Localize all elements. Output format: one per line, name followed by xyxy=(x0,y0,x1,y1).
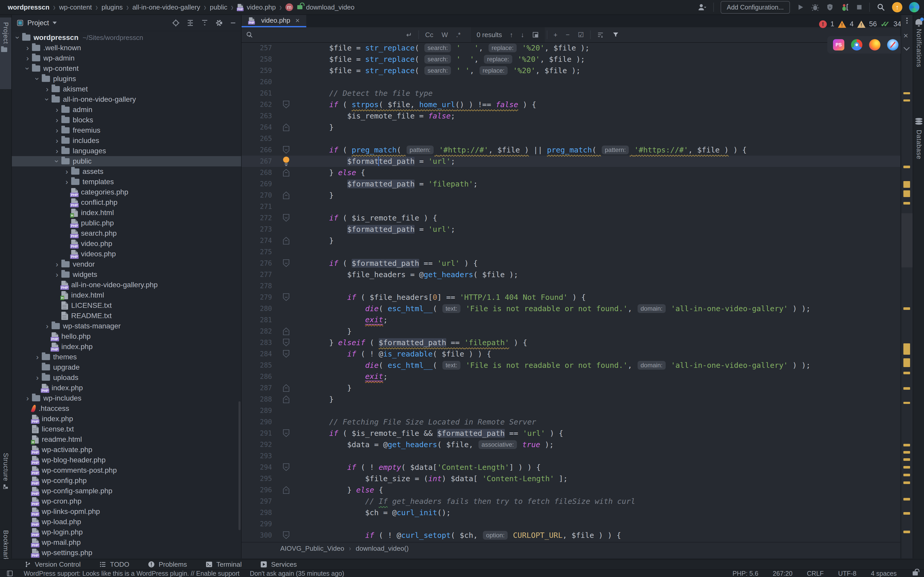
tree-item-all-in-one-video-gallery-php[interactable]: PHPall-in-one-video-gallery.php xyxy=(12,280,241,290)
breadcrumb-item[interactable]: public xyxy=(210,3,228,11)
tree-item-public[interactable]: ›public xyxy=(12,156,241,166)
code-line-292[interactable]: 292 $data = @get_headers( $file, associa… xyxy=(242,439,900,450)
stripe-warning-mark[interactable] xyxy=(903,202,910,205)
tree-item-readme-txt[interactable]: README.txt xyxy=(12,311,241,321)
fold-start-icon[interactable] xyxy=(279,337,293,348)
status-message[interactable]: WordPress support: Looks like this is a … xyxy=(24,570,239,577)
fold-start-icon[interactable] xyxy=(279,258,293,269)
tree-item-wp-comments-post-php[interactable]: PHPwp-comments-post.php xyxy=(12,465,241,475)
chevron-collapsed-icon[interactable]: › xyxy=(23,394,32,403)
tool-tab-project[interactable]: Project xyxy=(0,18,11,89)
stripe-warning-mark[interactable] xyxy=(903,402,910,404)
update-icon[interactable]: ↑ xyxy=(892,2,902,12)
coverage-icon[interactable] xyxy=(826,3,834,11)
newline-icon[interactable] xyxy=(405,31,412,39)
tool-window-button-todo[interactable]: TODO xyxy=(99,561,129,569)
tree-item-admin[interactable]: ›admin xyxy=(12,105,241,115)
fold-start-icon[interactable] xyxy=(279,99,293,110)
code-line-264[interactable]: 264 } xyxy=(242,122,900,133)
locate-file-icon[interactable] xyxy=(172,19,180,27)
scrollbar[interactable] xyxy=(239,401,241,530)
code-line-274[interactable]: 274 } xyxy=(242,235,900,246)
words-toggle[interactable]: W xyxy=(442,31,448,39)
tree-item-wp-links-opml-php[interactable]: PHPwp-links-opml.php xyxy=(12,506,241,517)
fold-start-icon[interactable] xyxy=(279,462,293,473)
chevron-expanded-icon[interactable]: › xyxy=(33,74,42,83)
chevron-collapsed-icon[interactable]: › xyxy=(43,85,52,93)
chevron-collapsed-icon[interactable]: › xyxy=(33,353,42,361)
debug-icon[interactable] xyxy=(811,3,819,11)
ide-feature-icon[interactable] xyxy=(909,2,919,12)
code-line-275[interactable]: 275 xyxy=(242,246,900,258)
stripe-warning-mark[interactable] xyxy=(903,181,910,188)
chevron-collapsed-icon[interactable]: › xyxy=(53,126,61,135)
fold-end-icon[interactable] xyxy=(279,122,293,133)
breadcrumb-item[interactable]: wp-content xyxy=(59,3,92,11)
chevron-collapsed-icon[interactable]: › xyxy=(23,44,32,52)
tree-item-videos-php[interactable]: PHPvideos.php xyxy=(12,249,241,259)
code-line-300[interactable]: 300 if ( ! @curl_setopt( $ch, option: CU… xyxy=(242,530,900,541)
fold-start-icon[interactable] xyxy=(279,212,293,224)
tree-item-wp-config-php[interactable]: PHPwp-config.php xyxy=(12,475,241,486)
stripe-warning-mark[interactable] xyxy=(903,307,910,310)
hide-panel-icon[interactable] xyxy=(230,19,236,26)
safari-icon[interactable] xyxy=(887,39,898,50)
stripe-scroll-thumb[interactable] xyxy=(901,213,913,268)
code-line-257[interactable]: 257 $file = str_replace( search: ' ', re… xyxy=(242,42,900,53)
fold-start-icon[interactable] xyxy=(279,427,293,439)
code-line-278[interactable]: 278 xyxy=(242,280,900,292)
tool-tab-database[interactable]: Database xyxy=(913,118,924,190)
code-line-295[interactable]: 295 $file_size = (int) $data[ 'Content-L… xyxy=(242,473,900,484)
code-line-263[interactable]: 263 $is_remote_file = false; xyxy=(242,110,900,122)
user-icon[interactable] xyxy=(697,3,707,12)
tree-item-hello-php[interactable]: PHPhello.php xyxy=(12,331,241,342)
next-occurrence-icon[interactable]: ↓ xyxy=(521,31,524,39)
tree-item-upgrade[interactable]: upgrade xyxy=(12,362,241,372)
stripe-warning-mark[interactable] xyxy=(903,451,910,454)
status-dismiss-link[interactable]: Don't ask again (35 minutes ago) xyxy=(250,570,344,577)
tree-item-wp-admin[interactable]: ›wp-admin xyxy=(12,53,241,63)
code-line-281[interactable]: 281 exit; xyxy=(242,314,900,326)
php-version[interactable]: PHP: 5.6 xyxy=(732,570,758,577)
code-line-285[interactable]: 285 die( esc_html__( text: 'File is not … xyxy=(242,359,900,371)
tree-item-index-html[interactable]: Hindex.html xyxy=(12,290,241,300)
tree-item-blocks[interactable]: ›blocks xyxy=(12,115,241,125)
tree-item-wp-includes[interactable]: ›wp-includes xyxy=(12,393,241,403)
run-icon[interactable] xyxy=(796,3,804,11)
kebab-menu-icon[interactable] xyxy=(904,17,910,24)
code-line-289[interactable]: 289 xyxy=(242,405,900,416)
stop-icon[interactable] xyxy=(856,4,863,11)
code-line-261[interactable]: 261 // Detect the file type xyxy=(242,88,900,99)
chevron-down-icon[interactable] xyxy=(905,45,909,51)
prev-occurrence-icon[interactable]: ↑ xyxy=(510,31,513,39)
tool-window-button-problems[interactable]: Problems xyxy=(148,561,187,569)
tree-item-wp-login-php[interactable]: PHPwp-login.php xyxy=(12,527,241,537)
code-line-262[interactable]: 262 if ( strpos( $file, home_url() ) !==… xyxy=(242,99,900,110)
code-line-266[interactable]: 266 if ( preg_match( pattern: '#http://#… xyxy=(242,144,900,156)
collapse-all-icon[interactable] xyxy=(201,19,208,27)
tool-tab-notifications[interactable]: Notifications xyxy=(913,19,924,104)
code-line-277[interactable]: 277 $file_headers = @get_headers( $file … xyxy=(242,269,900,280)
code-line-271[interactable]: 271 xyxy=(242,201,900,212)
encoding[interactable]: UTF-8 xyxy=(838,570,856,577)
add-configuration-button[interactable]: Add Configuration... xyxy=(720,1,790,14)
tree-item-wp-cron-php[interactable]: PHPwp-cron.php xyxy=(12,496,241,506)
code-line-288[interactable]: 288 } xyxy=(242,393,900,405)
code-line-286[interactable]: 286 exit; xyxy=(242,371,900,382)
line-ending[interactable]: CRLF xyxy=(807,570,824,577)
select-all-occurrences-icon[interactable]: ☑ xyxy=(578,31,584,39)
tree-item-all-in-one-video-gallery[interactable]: ›all-in-one-video-gallery xyxy=(12,94,241,105)
code-line-290[interactable]: 290 // Fetching File Size Located in Rem… xyxy=(242,416,900,427)
stripe-warning-mark[interactable] xyxy=(903,466,910,469)
tree-item-index-php[interactable]: PHPindex.php xyxy=(12,383,241,393)
tool-window-button-version-control[interactable]: Version Control xyxy=(24,561,81,569)
tree-item-license-txt[interactable]: license.txt xyxy=(12,424,241,434)
code-line-269[interactable]: 269 $formatted_path = 'filepath'; xyxy=(242,178,900,190)
tree-item-wordpresscn[interactable]: ›wordpresscn~/Sites/wordpresscn xyxy=(12,32,241,43)
chevron-expanded-icon[interactable]: › xyxy=(43,95,52,104)
tree-item-readme-html[interactable]: Hreadme.html xyxy=(12,434,241,445)
fold-start-icon[interactable] xyxy=(279,144,293,156)
lock-icon[interactable] xyxy=(913,571,918,575)
fold-end-icon[interactable] xyxy=(279,167,293,178)
tool-window-button-terminal[interactable]: Terminal xyxy=(205,561,242,569)
